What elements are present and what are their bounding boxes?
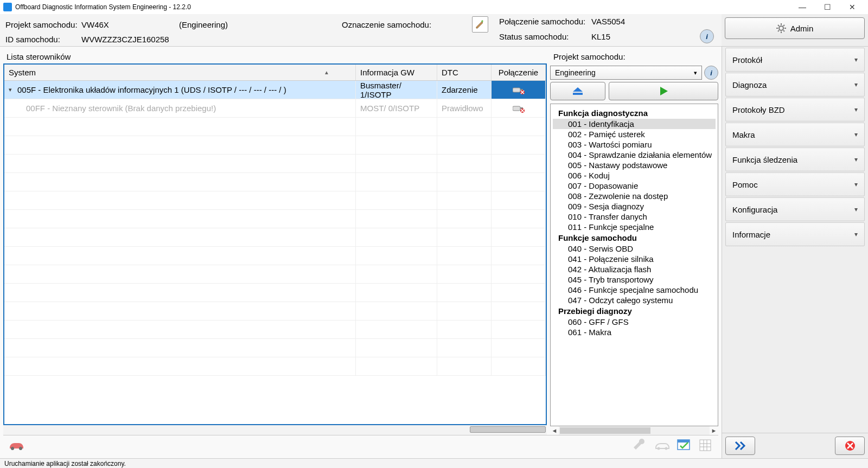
tree-item[interactable]: 006 - Koduj bbox=[553, 170, 716, 181]
scroll-left-icon[interactable]: ◄ bbox=[550, 426, 559, 435]
play-button[interactable] bbox=[609, 82, 718, 100]
cancel-button[interactable] bbox=[835, 437, 865, 455]
sidebar-item[interactable]: Protokół▾ bbox=[725, 48, 865, 72]
svg-rect-20 bbox=[573, 93, 583, 95]
id-value: WVWZZZ3CZJE160258 bbox=[81, 35, 488, 44]
chevron-down-icon: ▾ bbox=[854, 131, 858, 138]
sidebar-item-label: Diagnoza bbox=[732, 80, 767, 89]
table-row-empty bbox=[4, 118, 546, 136]
grid-icon bbox=[699, 439, 711, 451]
tree-item[interactable]: 010 - Transfer danych bbox=[553, 211, 716, 222]
designation-label: Oznaczenie samochodu: bbox=[342, 20, 472, 29]
tool-car-button bbox=[653, 438, 671, 453]
sidebar-item[interactable]: Informacje▾ bbox=[725, 222, 865, 246]
eject-button[interactable] bbox=[550, 82, 605, 100]
scrollbar-thumb[interactable] bbox=[560, 427, 650, 434]
sidebar-item[interactable]: Makra▾ bbox=[725, 123, 865, 146]
table-row-empty bbox=[4, 173, 546, 191]
tree-item[interactable]: 046 - Funkcje specjalne samochodu bbox=[553, 285, 716, 295]
svg-marker-19 bbox=[573, 87, 583, 92]
maximize-button[interactable]: ☐ bbox=[815, 0, 840, 14]
tree-item[interactable]: 041 - Połączenie silnika bbox=[553, 254, 716, 264]
admin-button[interactable]: Admin bbox=[725, 17, 865, 39]
svg-point-25 bbox=[665, 447, 668, 450]
status-bar: Uruchamianie aplikacji został zakończony… bbox=[0, 458, 868, 468]
chevron-down-icon: ▾ bbox=[694, 69, 697, 76]
tool-check-button[interactable] bbox=[675, 438, 692, 453]
tree-item[interactable]: 060 - GFF / GFS bbox=[553, 317, 716, 327]
function-tree[interactable]: Funkcja diagnostyczna001 - Identyfikacja… bbox=[550, 104, 718, 426]
tree-item[interactable]: 040 - Serwis OBD bbox=[553, 243, 716, 254]
sidebar-item[interactable]: Konfiguracja▾ bbox=[725, 197, 865, 221]
sidebar-item[interactable]: Pomoc▾ bbox=[725, 172, 865, 196]
chevron-down-icon: ▾ bbox=[854, 56, 858, 63]
chevron-down-icon: ▾ bbox=[854, 106, 858, 113]
window-check-icon bbox=[677, 439, 690, 451]
right-project-label: Projekt samochodu: bbox=[550, 50, 718, 63]
scroll-right-icon[interactable]: ► bbox=[710, 426, 718, 435]
double-chevron-icon bbox=[735, 441, 746, 451]
table-row[interactable]: 00FF - Nieznany sterownik (Brak danych p… bbox=[4, 99, 546, 118]
col-system[interactable]: System▲ bbox=[4, 65, 356, 80]
cell-system: 005F - Elektronika układów informacyjnyc… bbox=[17, 85, 286, 94]
svg-point-23 bbox=[19, 447, 22, 450]
admin-bottom-bar bbox=[722, 433, 868, 458]
connection-label: Połączenie samochodu: bbox=[499, 17, 591, 26]
project-label: Projekt samochodu: bbox=[5, 20, 81, 29]
eject-icon bbox=[572, 86, 584, 96]
col-dtc[interactable]: DTC bbox=[437, 65, 492, 80]
svg-line-5 bbox=[778, 25, 779, 26]
tree-header: Funkcje samochodu bbox=[553, 232, 716, 243]
chevron-down-icon: ▾ bbox=[854, 230, 858, 238]
grid-hscroll[interactable] bbox=[3, 425, 547, 435]
tree-item[interactable]: 047 - Odczyt całego systemu bbox=[553, 295, 716, 305]
table-row[interactable]: ▾005F - Elektronika układów informacyjny… bbox=[4, 81, 546, 99]
svg-point-0 bbox=[779, 26, 783, 30]
tree-hscroll[interactable]: ◄ ► bbox=[550, 426, 718, 435]
project-combo[interactable]: Engineering ▾ bbox=[550, 66, 702, 80]
status-label: Status samochodu: bbox=[499, 32, 591, 41]
col-gw[interactable]: Informacja GW bbox=[356, 65, 437, 80]
vehicle-icon-button[interactable] bbox=[8, 438, 25, 453]
edit-designation-button[interactable] bbox=[472, 16, 488, 33]
sidebar-item[interactable]: Funkcja śledzenia▾ bbox=[725, 148, 865, 171]
minimize-button[interactable]: — bbox=[790, 0, 815, 14]
tree-item[interactable]: 004 - Sprawdzanie działania elementów bbox=[553, 150, 716, 160]
chevron-down-icon: ▾ bbox=[854, 156, 858, 163]
tree-item[interactable]: 042 - Aktualizacja flash bbox=[553, 264, 716, 274]
project-mode: (Engineering) bbox=[179, 20, 342, 29]
svg-rect-27 bbox=[678, 440, 690, 443]
table-row-empty bbox=[4, 210, 546, 228]
tree-item[interactable]: 061 - Makra bbox=[553, 327, 716, 337]
expand-icon[interactable]: ▾ bbox=[9, 86, 12, 93]
project-info-button[interactable]: i bbox=[704, 66, 718, 80]
tree-item[interactable]: 008 - Zezwolenie na dostęp bbox=[553, 191, 716, 201]
status-info-button[interactable]: i bbox=[700, 29, 714, 43]
connection-status-icon bbox=[513, 104, 525, 113]
close-button[interactable]: ✕ bbox=[840, 0, 865, 14]
table-row-empty bbox=[4, 136, 546, 155]
chevron-down-icon: ▾ bbox=[854, 81, 858, 88]
wrench-icon bbox=[634, 439, 647, 452]
scrollbar-thumb[interactable] bbox=[470, 426, 546, 433]
left-pane: Lista sterowników System▲ Informacja GW … bbox=[3, 50, 547, 435]
tool-grid-button[interactable] bbox=[697, 438, 714, 453]
sidebar-item[interactable]: Protokoły BZD▾ bbox=[725, 98, 865, 121]
grid-body[interactable]: ▾005F - Elektronika układów informacyjny… bbox=[4, 81, 546, 424]
tree-item[interactable]: 045 - Tryb transportowy bbox=[553, 274, 716, 285]
tree-item[interactable]: 003 - Wartości pomiaru bbox=[553, 139, 716, 150]
tree-item[interactable]: 001 - Identyfikacja bbox=[553, 119, 716, 129]
col-connection[interactable]: Połączenie bbox=[492, 65, 546, 80]
tree-item[interactable]: 009 - Sesja diagnozy bbox=[553, 201, 716, 211]
sidebar-item-label: Informacje bbox=[732, 230, 770, 239]
table-row-empty bbox=[4, 302, 546, 320]
main-toolbar bbox=[3, 435, 718, 455]
tree-item[interactable]: 007 - Dopasowanie bbox=[553, 181, 716, 191]
right-pane: Projekt samochodu: Engineering ▾ i bbox=[550, 50, 718, 435]
tree-item[interactable]: 005 - Nastawy podstawowe bbox=[553, 160, 716, 170]
tree-item[interactable]: 002 - Pamięć usterek bbox=[553, 129, 716, 139]
forward-button[interactable] bbox=[725, 437, 755, 455]
tree-item[interactable]: 011 - Funkcje specjalne bbox=[553, 222, 716, 232]
project-value: VW46X bbox=[81, 20, 179, 29]
sidebar-item[interactable]: Diagnoza▾ bbox=[725, 73, 865, 97]
